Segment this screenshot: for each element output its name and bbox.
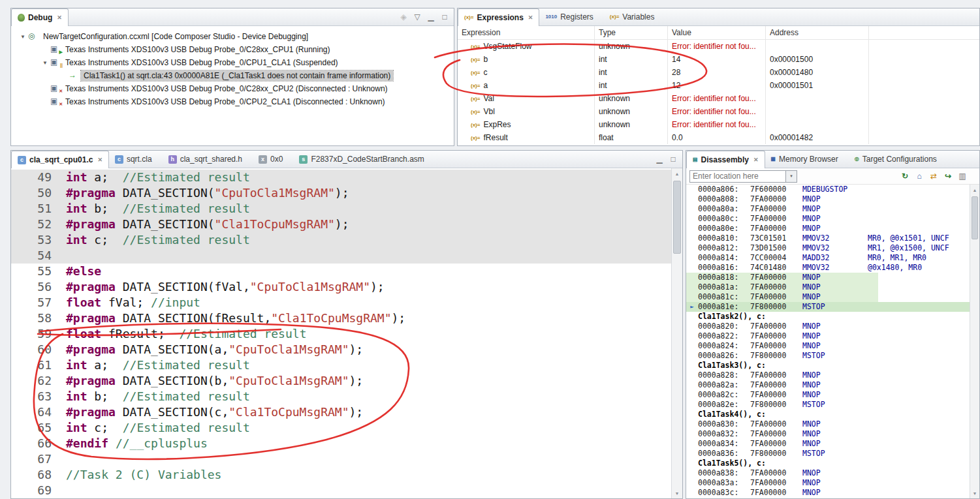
instruction-pointer-icon[interactable] bbox=[686, 439, 698, 449]
connect-target-icon[interactable]: ◈ bbox=[398, 11, 409, 23]
code-line[interactable]: 53 int c; //Estimated result bbox=[11, 232, 671, 248]
expression-name-cell[interactable]: (x)=b bbox=[458, 53, 595, 66]
maximize-icon[interactable]: □ bbox=[439, 11, 450, 23]
column-header[interactable]: Type bbox=[595, 26, 668, 39]
debug-tree-row[interactable]: ▼ ▣|| Texas Instruments XDS100v3 USB Deb… bbox=[11, 56, 454, 69]
instruction-pointer-icon[interactable] bbox=[686, 449, 698, 459]
disasm-row[interactable]: 0000a80e: 7FA00000 MNOP bbox=[686, 224, 970, 234]
expression-row[interactable]: (x)=Vbl unknown Error: identifier not fo… bbox=[458, 105, 979, 118]
code-line[interactable]: 54 bbox=[11, 248, 671, 264]
scroll-up-icon[interactable]: ▲ bbox=[672, 168, 682, 179]
instruction-pointer-icon[interactable] bbox=[686, 429, 698, 439]
instruction-pointer-icon[interactable] bbox=[686, 185, 698, 194]
disasm-row[interactable]: 0000a808: 7FA00000 MNOP bbox=[686, 194, 970, 204]
column-header[interactable]: Value bbox=[668, 26, 766, 39]
minimize-icon[interactable]: ▁ bbox=[654, 153, 665, 165]
expression-row[interactable]: (x)=a int 12 0x00001501 bbox=[458, 79, 979, 92]
instruction-pointer-icon[interactable] bbox=[686, 390, 698, 400]
instruction-pointer-icon[interactable] bbox=[686, 194, 698, 204]
goto-pc-icon[interactable]: ↪ bbox=[942, 170, 954, 182]
disasm-row[interactable]: Cla1Task3(), c: bbox=[686, 361, 970, 370]
expander-icon[interactable]: ▼ bbox=[18, 34, 28, 40]
code-line[interactable]: 61 int a; //Estimated result bbox=[11, 357, 671, 373]
expression-name-cell[interactable]: (x)=c bbox=[458, 66, 595, 79]
close-icon[interactable]: ✕ bbox=[528, 14, 533, 21]
disasm-row[interactable]: 0000a82a: 7FA00000 MNOP bbox=[686, 380, 970, 390]
view-menu-icon[interactable]: ▽ bbox=[411, 11, 423, 23]
disasm-row[interactable]: 0000a83e: 7F800000 MSTOP bbox=[686, 498, 970, 498]
expression-row[interactable]: (x)=VsgStateFlow unknown Error: identifi… bbox=[458, 40, 979, 53]
expression-name-cell[interactable]: (x)=VsgStateFlow bbox=[458, 40, 595, 53]
instruction-pointer-icon[interactable] bbox=[686, 468, 698, 478]
code-line[interactable]: 60 #pragma DATA_SECTION(a,"CpuToCla1MsgR… bbox=[11, 342, 671, 357]
disasm-row[interactable]: 0000a826: 7F800000 MSTOP bbox=[686, 351, 970, 361]
disasm-row[interactable]: 0000a83a: 7FA00000 MNOP bbox=[686, 478, 970, 488]
code-line[interactable]: 62 #pragma DATA_SECTION(b,"CpuToCla1MsgR… bbox=[11, 373, 671, 389]
disasm-row[interactable]: 0000a830: 7FA00000 MNOP bbox=[686, 419, 970, 429]
scroll-thumb[interactable] bbox=[972, 196, 978, 239]
instruction-pointer-icon[interactable] bbox=[686, 282, 698, 292]
expression-row[interactable]: (x)=ExpRes unknown Error: identifier not… bbox=[458, 118, 979, 131]
code-line[interactable]: 65 int c; //Estimated result bbox=[11, 420, 671, 436]
column-header[interactable]: Expression bbox=[458, 26, 595, 39]
instruction-pointer-icon[interactable] bbox=[686, 488, 698, 498]
home-icon[interactable]: ⌂ bbox=[913, 170, 925, 182]
location-input[interactable] bbox=[689, 170, 786, 183]
view-tab[interactable]: (x)= Variables bbox=[604, 8, 665, 25]
code-line[interactable]: 55 #else bbox=[11, 264, 671, 279]
disasm-row[interactable]: Cla1Task4(), c: bbox=[686, 410, 970, 419]
code-line[interactable]: 50 #pragma DATA_SECTION("CpuToCla1MsgRAM… bbox=[11, 185, 671, 201]
view-tab[interactable]: ▦ Memory Browser bbox=[765, 151, 849, 168]
scroll-down-icon[interactable]: ▼ bbox=[672, 488, 682, 498]
instruction-pointer-icon[interactable] bbox=[686, 243, 698, 253]
scroll-down-icon[interactable]: ▼ bbox=[970, 488, 979, 498]
code-line[interactable]: 59 float fResult; //Estimated result bbox=[11, 326, 671, 342]
instruction-pointer-icon[interactable] bbox=[686, 214, 698, 224]
editor-scrollbar[interactable]: ▲ ▼ bbox=[671, 168, 682, 498]
instruction-pointer-icon[interactable] bbox=[686, 341, 698, 351]
instruction-pointer-icon[interactable] bbox=[686, 273, 698, 282]
close-icon[interactable]: ✕ bbox=[753, 157, 759, 163]
disasm-row[interactable]: Cla1Task5(), c: bbox=[686, 459, 970, 468]
disasm-row[interactable]: 0000a820: 7FA00000 MNOP bbox=[686, 322, 970, 331]
link-with-source-icon[interactable]: ⇄ bbox=[928, 170, 940, 182]
tab-debug[interactable]: Debug ✕ bbox=[11, 8, 69, 26]
code-line[interactable]: 67 bbox=[11, 451, 671, 467]
expression-name-cell[interactable]: (x)=a bbox=[458, 79, 595, 92]
instruction-pointer-icon[interactable] bbox=[686, 224, 698, 234]
disasm-row[interactable]: 0000a822: 7FA00000 MNOP bbox=[686, 331, 970, 341]
instruction-pointer-icon[interactable] bbox=[686, 400, 698, 410]
code-line[interactable]: 69 bbox=[11, 483, 671, 498]
code-line[interactable]: 52 #pragma DATA_SECTION("Cla1ToCpuMsgRAM… bbox=[11, 217, 671, 232]
code-line[interactable]: 57 float fVal; //input bbox=[11, 295, 671, 310]
disasm-row[interactable]: 0000a81a: 7FA00000 MNOP bbox=[686, 282, 878, 292]
expression-name-cell[interactable]: (x)=Val bbox=[458, 92, 595, 105]
instruction-pointer-icon[interactable] bbox=[686, 322, 698, 331]
disassembly-scrollbar[interactable]: ▲ ▼ bbox=[970, 185, 979, 498]
instruction-pointer-icon[interactable] bbox=[686, 234, 698, 243]
maximize-icon[interactable]: □ bbox=[667, 153, 679, 165]
view-tab[interactable]: (x)= Expressions ✕ bbox=[458, 8, 539, 26]
expression-row[interactable]: (x)=fResult float 0.0 0x00001482 bbox=[458, 131, 979, 144]
disasm-row[interactable]: 0000a818: 7FA00000 MNOP bbox=[686, 273, 878, 282]
disasm-row[interactable]: 0000a838: 7FA00000 MNOP bbox=[686, 468, 970, 478]
code-line[interactable]: 58 #pragma DATA_SECTION(fResult,"Cla1ToC… bbox=[11, 310, 671, 326]
instruction-pointer-icon[interactable] bbox=[686, 263, 698, 273]
editor-tab[interactable]: c cla_sqrt_cpu01.c ✕ bbox=[11, 151, 109, 168]
view-tab[interactable]: ◎ Target Configurations bbox=[849, 151, 947, 168]
instruction-pointer-icon[interactable] bbox=[686, 351, 698, 361]
close-icon[interactable]: ✕ bbox=[97, 157, 103, 163]
editor-tab[interactable]: x 0x0 bbox=[253, 151, 293, 168]
debug-tree-row[interactable]: ▣▶ Texas Instruments XDS100v3 USB Debug … bbox=[11, 43, 454, 56]
code-line[interactable]: 68 //Task 2 (C) Variables bbox=[11, 467, 671, 483]
editor-tab[interactable]: h cla_sqrt_shared.h bbox=[163, 151, 253, 168]
instruction-pointer-icon[interactable] bbox=[686, 331, 698, 341]
close-icon[interactable]: ✕ bbox=[57, 14, 62, 21]
instruction-pointer-icon[interactable] bbox=[686, 253, 698, 263]
expression-name-cell[interactable]: (x)=ExpRes bbox=[458, 118, 595, 131]
expression-row[interactable]: (x)=c int 28 0x00001480 bbox=[458, 66, 979, 79]
scroll-up-icon[interactable]: ▲ bbox=[970, 185, 979, 195]
disasm-row[interactable]: 0000a834: 7FA00000 MNOP bbox=[686, 439, 970, 449]
disasm-row[interactable]: 0000a816: 74C01480 MMOV32 @0x1480, MR0 bbox=[686, 263, 970, 273]
expander-icon[interactable]: ▼ bbox=[40, 60, 50, 66]
